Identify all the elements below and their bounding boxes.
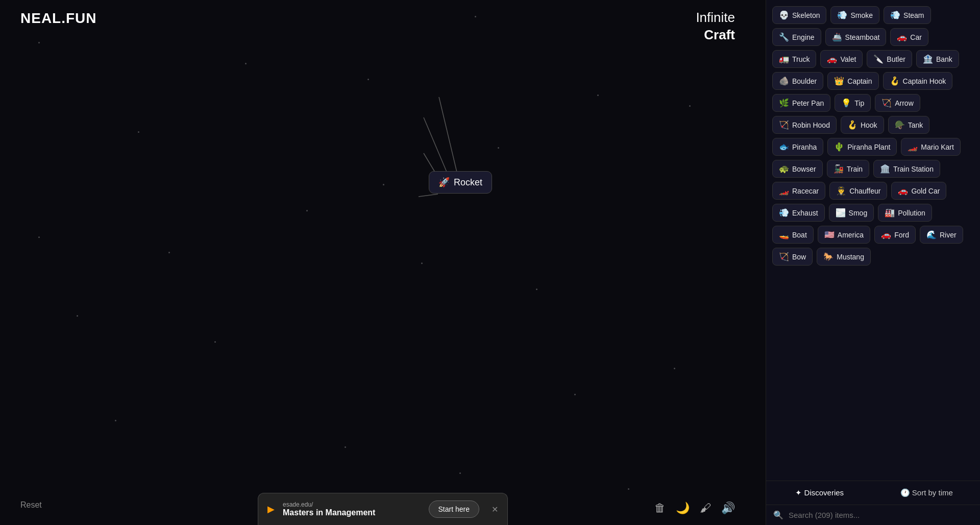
item-emoji: 🏹 [779,120,789,130]
item-label: America [838,231,864,239]
item-emoji: 🏛️ [880,164,890,174]
search-input[interactable] [789,511,973,519]
list-item[interactable]: 🏦Bank [916,50,959,68]
list-item[interactable]: 🏭Pollution [878,204,932,222]
item-label: Hook [861,121,877,129]
item-emoji: 🌵 [834,142,844,152]
svg-line-1 [424,117,449,178]
item-label: Boulder [792,77,817,85]
list-item[interactable]: 🇺🇸America [818,226,870,244]
item-label: Train Station [893,165,934,173]
list-item[interactable]: 🏎️Racecar [772,182,825,200]
item-emoji: 💨 [779,208,789,218]
list-item[interactable]: 👨‍✈️Chauffeur [829,182,887,200]
item-label: Piranha Plant [847,143,890,151]
item-emoji: 🏭 [885,208,895,218]
search-icon: 🔍 [773,510,783,520]
list-item[interactable]: 👑Captain [827,72,878,90]
app-title: Infinite Craft [696,9,735,44]
item-label: Ford [894,231,909,239]
list-item[interactable]: 🐢Bowser [772,160,823,178]
list-item[interactable]: 🏛️Train Station [873,160,940,178]
item-emoji: 🐎 [823,252,834,261]
svg-line-0 [439,97,458,176]
list-item[interactable]: 💨Exhaust [772,204,825,222]
item-emoji: 💡 [841,98,851,108]
item-emoji: 🚗 [881,230,891,240]
item-label: Gold Car [911,187,940,195]
list-item[interactable]: 🪝Captain Hook [883,72,953,90]
list-item[interactable]: 🪖Tank [888,116,930,134]
list-item[interactable]: 💀Skeleton [772,6,826,24]
list-item[interactable]: 🪝Hook [841,116,884,134]
item-emoji: 💀 [779,10,789,20]
list-item[interactable]: 🚤Boat [772,226,814,244]
list-item[interactable]: 🌵Piranha Plant [827,138,897,156]
item-label: Mustang [837,253,864,261]
list-item[interactable]: 🪨Boulder [772,72,823,90]
item-label: Skeleton [792,11,820,19]
item-label: Captain Hook [903,77,946,85]
list-item[interactable]: 🚗Car [890,28,928,46]
ad-title: Masters in Management [283,508,421,517]
list-item[interactable]: 🚢Steamboat [825,28,887,46]
item-label: Car [910,33,922,41]
list-item[interactable]: 🐎Mustang [817,248,871,266]
list-item[interactable]: 💡Tip [835,94,871,112]
list-item[interactable]: 🌊River [920,226,963,244]
list-item[interactable]: 🔪Butler [867,50,912,68]
ad-cta-button[interactable]: Start here [429,500,479,518]
list-item[interactable]: 🏹Bow [772,248,813,266]
list-item[interactable]: 🚂Train [827,160,869,178]
item-label: Butler [887,55,905,63]
item-label: Valet [840,55,856,63]
list-item[interactable]: 🚗Ford [874,226,916,244]
rocket-element[interactable]: 🚀 Rocket [429,171,492,194]
canvas-area[interactable]: NEAL.FUN Infinite Craft 🚀 Rocket Reset 🗑… [0,0,766,525]
item-label: Piranha [792,143,817,151]
svg-line-3 [419,194,438,197]
sound-button[interactable]: 🔊 [721,502,735,515]
theme-toggle-button[interactable]: 🌙 [676,502,690,515]
sort-by-time-button[interactable]: 🕐 Sort by time [873,481,981,505]
list-item[interactable]: 🏹Robin Hood [772,116,837,134]
item-label: Steamboat [845,33,880,41]
item-emoji: 🏹 [779,252,789,261]
item-emoji: 🏎️ [908,142,918,152]
item-emoji: 👑 [834,76,844,86]
delete-button[interactable]: 🗑 [654,502,666,515]
item-emoji: 🏦 [923,54,933,64]
list-item[interactable]: 🏹Arrow [875,94,920,112]
item-label: Chauffeur [849,187,880,195]
item-emoji: 🪨 [779,76,789,86]
item-emoji: 💨 [837,10,847,20]
item-emoji: 🚢 [832,32,842,42]
item-label: Bowser [792,165,816,173]
brush-button[interactable]: 🖌 [700,502,711,515]
reset-button[interactable]: Reset [20,500,42,510]
item-label: Peter Pan [792,99,824,107]
list-item[interactable]: 🏎️Mario Kart [901,138,961,156]
list-item[interactable]: 💨Steam [884,6,930,24]
item-label: Racecar [792,187,819,195]
item-label: Pollution [898,209,925,217]
ad-close-button[interactable]: ✕ [492,505,498,514]
list-item[interactable]: 💨Smoke [830,6,879,24]
item-emoji: 🏹 [881,98,892,108]
item-emoji: 🌊 [926,230,937,240]
sidebar: 💀Skeleton💨Smoke💨Steam🔧Engine🚢Steamboat🚗C… [766,0,980,525]
list-item[interactable]: 🐟Piranha [772,138,823,156]
item-emoji: 🪝 [847,120,857,130]
item-emoji: 🔧 [779,32,789,42]
list-item[interactable]: 🚗Valet [820,50,863,68]
list-item[interactable]: 🌿Peter Pan [772,94,830,112]
item-emoji: 🚗 [897,32,907,42]
item-label: Captain [847,77,872,85]
list-item[interactable]: 🚛Truck [772,50,816,68]
discoveries-button[interactable]: ✦ Discoveries [766,481,873,505]
item-label: Engine [792,33,815,41]
list-item[interactable]: 🌫️Smog [829,204,874,222]
list-item[interactable]: 🚗Gold Car [891,182,946,200]
list-item[interactable]: 🔧Engine [772,28,821,46]
item-emoji: 🪝 [890,76,900,86]
